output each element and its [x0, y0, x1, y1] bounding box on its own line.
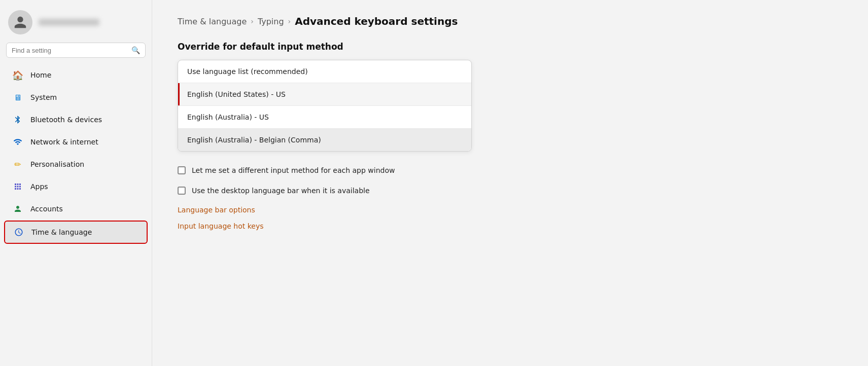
- section-title: Override for default input method: [178, 42, 843, 52]
- sidebar-item-time[interactable]: Time & language: [4, 221, 148, 244]
- sidebar-item-label: Accounts: [30, 205, 63, 213]
- language-bar-options-link[interactable]: Language bar options: [178, 206, 843, 214]
- sidebar-item-label: System: [30, 93, 57, 101]
- sidebar-item-network[interactable]: Network & internet: [4, 131, 148, 153]
- checkbox-language-bar-label: Use the desktop language bar when it is …: [192, 186, 370, 196]
- sidebar-item-label: Apps: [30, 182, 48, 191]
- accounts-icon: [12, 203, 23, 214]
- dropdown-option-lang-list[interactable]: Use language list (recommended): [178, 60, 471, 83]
- dropdown-option-en-us[interactable]: English (United States) - US: [178, 83, 471, 105]
- breadcrumb-sep2: ›: [288, 17, 291, 25]
- clock-icon: [13, 227, 24, 238]
- input-method-dropdown[interactable]: Use language list (recommended) English …: [178, 60, 472, 152]
- sidebar-item-label: Bluetooth & devices: [30, 116, 102, 124]
- breadcrumb-sep1: ›: [251, 17, 254, 25]
- checkbox-per-app[interactable]: [178, 166, 186, 174]
- home-icon: 🏠: [12, 69, 23, 81]
- checkbox-row-1: Let me set a different input method for …: [178, 166, 492, 176]
- sidebar-item-label: Personalisation: [30, 160, 84, 168]
- search-box[interactable]: 🔍: [6, 43, 146, 58]
- breadcrumb-part1[interactable]: Time & language: [178, 17, 247, 26]
- sidebar-item-label: Home: [30, 71, 51, 79]
- profile-name-blur: [39, 19, 99, 26]
- sidebar: 🔍 🏠 Home 🖥 System Bluetooth & devices Ne…: [0, 0, 152, 366]
- bluetooth-icon: [12, 114, 23, 125]
- sidebar-item-accounts[interactable]: Accounts: [4, 198, 148, 219]
- sidebar-item-home[interactable]: 🏠 Home: [4, 64, 148, 86]
- pencil-icon: ✏️: [12, 159, 23, 170]
- sidebar-item-system[interactable]: 🖥 System: [4, 87, 148, 108]
- network-icon: [12, 136, 23, 148]
- sidebar-item-apps[interactable]: Apps: [4, 176, 148, 197]
- search-input[interactable]: [12, 47, 127, 54]
- main-content: Time & language › Typing › Advanced keyb…: [152, 0, 868, 366]
- checkbox-row-2: Use the desktop language bar when it is …: [178, 186, 492, 196]
- profile-section: [0, 0, 152, 43]
- search-icon: 🔍: [131, 46, 140, 54]
- dropdown-option-en-au-us[interactable]: English (Australia) - US: [178, 106, 471, 128]
- sidebar-item-label: Network & internet: [30, 138, 98, 146]
- checkbox-per-app-label: Let me set a different input method for …: [192, 166, 395, 176]
- monitor-icon: 🖥: [12, 92, 23, 103]
- sidebar-item-label: Time & language: [31, 228, 92, 236]
- breadcrumb-current: Advanced keyboard settings: [295, 15, 458, 27]
- apps-icon: [12, 181, 23, 192]
- dropdown-option-en-au-belgian[interactable]: English (Australia) - Belgian (Comma): [178, 129, 471, 151]
- red-arrow-annotation: [466, 130, 472, 150]
- checkbox-language-bar[interactable]: [178, 187, 186, 195]
- sidebar-item-bluetooth[interactable]: Bluetooth & devices: [4, 109, 148, 130]
- sidebar-item-personalisation[interactable]: ✏️ Personalisation: [4, 154, 148, 175]
- input-language-hotkeys-link[interactable]: Input language hot keys: [178, 222, 843, 230]
- breadcrumb-part2[interactable]: Typing: [258, 17, 284, 26]
- breadcrumb: Time & language › Typing › Advanced keyb…: [178, 15, 843, 27]
- avatar: [8, 10, 32, 34]
